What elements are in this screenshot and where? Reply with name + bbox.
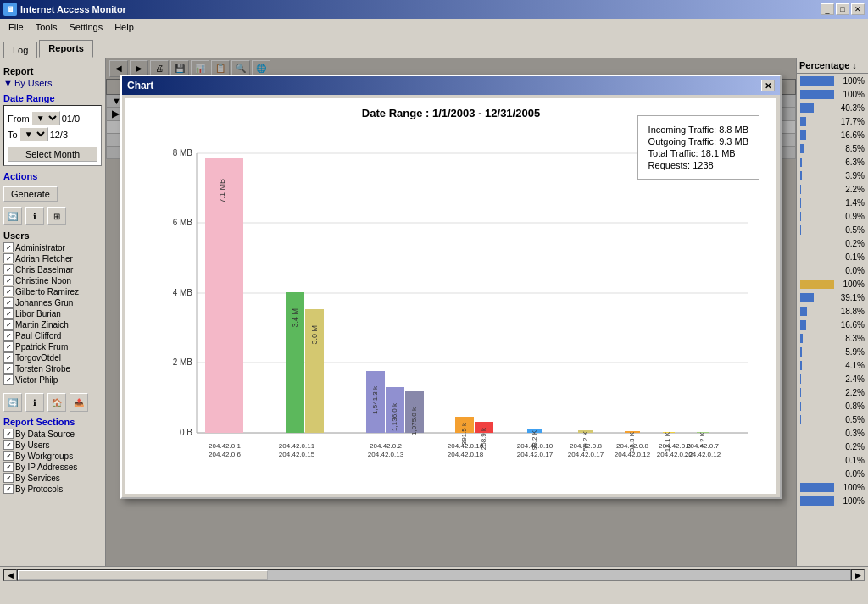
svg-text:8 MB: 8 MB [173, 148, 193, 158]
pct-bar-container [800, 225, 834, 235]
date-range-title: Date Range [3, 93, 102, 103]
section-check-services[interactable]: ✓ [3, 473, 14, 483]
pct-bar-container [800, 347, 834, 357]
to-dropdown[interactable]: ▼ [19, 127, 48, 141]
status-bar: ◀ ▶ [0, 566, 868, 583]
pct-row: 100% [797, 494, 868, 507]
pct-row: 1.4% [797, 196, 868, 209]
select-month-button[interactable]: Select Month [8, 147, 97, 162]
close-button[interactable]: ✕ [851, 3, 865, 15]
minimize-button[interactable]: _ [821, 3, 834, 15]
pct-bar [800, 347, 802, 357]
scroll-track[interactable] [17, 569, 851, 581]
section-protocols: ✓By Protocols [3, 484, 102, 494]
svg-text:204.42.0.1: 204.42.0.1 [209, 442, 241, 450]
pct-bar-container [800, 198, 834, 208]
report-section-title: Report [3, 66, 102, 76]
pct-bar-container [800, 307, 834, 316]
section-check-ip-addresses[interactable]: ✓ [3, 462, 14, 472]
section-data-source: ✓By Data Source [3, 429, 102, 439]
app-title: Internet Access Monitor [20, 4, 126, 14]
svg-text:204.42.0.16: 204.42.0.16 [448, 442, 484, 450]
user-check-administrator[interactable]: ✓ [3, 242, 14, 252]
pct-row: 0.9% [797, 209, 868, 223]
svg-text:204.42.0.18: 204.42.0.18 [448, 451, 484, 458]
user-torsten: ✓Torsten Strobe [3, 363, 102, 374]
info-icon-btn[interactable]: ℹ [25, 207, 44, 225]
user-ppatrick: ✓Ppatrick Frum [3, 341, 102, 352]
pct-row: 0.1% [797, 250, 868, 263]
svg-text:204.42.0.8: 204.42.0.8 [570, 442, 602, 450]
right-panel: Percentage ↓ 100% 100% 40.3% 17.7% 16.6%… [796, 58, 868, 566]
pct-row: 17.7% [797, 114, 868, 128]
pct-row: 8.5% [797, 141, 868, 155]
user-check-victor[interactable]: ✓ [3, 374, 14, 385]
home-icon-btn[interactable]: 🏠 [47, 393, 66, 412]
generate-button[interactable]: Generate [3, 186, 58, 202]
tab-bar: Log Reports [0, 36, 868, 58]
user-check-christine[interactable]: ✓ [3, 275, 14, 285]
refresh2-icon-btn[interactable]: 🔄 [3, 393, 22, 412]
pct-bar [800, 158, 802, 167]
user-check-martin[interactable]: ✓ [3, 319, 14, 330]
menu-settings[interactable]: Settings [64, 20, 108, 34]
svg-text:1,541.3 k: 1,541.3 k [371, 385, 379, 414]
user-check-gilberto[interactable]: ✓ [3, 286, 14, 296]
pct-row: 4.1% [797, 358, 868, 372]
pct-row: 2.4% [797, 372, 868, 385]
pct-bar [800, 320, 806, 330]
user-check-adrian[interactable]: ✓ [3, 253, 14, 263]
scroll-right-btn[interactable]: ▶ [851, 569, 865, 581]
svg-text:0 B: 0 B [180, 428, 192, 437]
svg-text:2 MB: 2 MB [173, 357, 193, 367]
pct-bar [800, 483, 834, 492]
svg-text:204.42.0.10: 204.42.0.10 [517, 442, 554, 450]
from-dropdown[interactable]: ▼ [31, 111, 60, 125]
user-christine: ✓Christine Noon [3, 275, 102, 285]
tab-log[interactable]: Log [3, 42, 37, 58]
pct-bar-container [800, 185, 834, 194]
from-label: From [8, 114, 30, 124]
pct-row: 6.3% [797, 155, 868, 169]
svg-text:204.42.0.6: 204.42.0.6 [209, 451, 241, 458]
pct-bar [800, 293, 814, 302]
menu-help[interactable]: Help [109, 20, 139, 34]
user-check-ppatrick[interactable]: ✓ [3, 341, 14, 352]
triangle-icon: ▼ [3, 78, 13, 88]
pct-bar [800, 103, 814, 113]
user-check-paul[interactable]: ✓ [3, 330, 14, 341]
user-check-torsten[interactable]: ✓ [3, 363, 14, 374]
section-check-protocols[interactable]: ✓ [3, 484, 14, 494]
menu-file[interactable]: File [3, 20, 29, 34]
left-panel: Report ▼ By Users Date Range From ▼ 01/0… [0, 58, 106, 566]
user-check-chris[interactable]: ✓ [3, 264, 14, 274]
scroll-left-btn[interactable]: ◀ [3, 569, 17, 581]
section-check-workgroups[interactable]: ✓ [3, 451, 14, 461]
maximize-button[interactable]: □ [836, 3, 849, 15]
user-check-johannes[interactable]: ✓ [3, 297, 14, 308]
tab-reports[interactable]: Reports [39, 40, 93, 58]
svg-text:204.42.0.13: 204.42.0.13 [368, 451, 404, 458]
section-check-by-users[interactable]: ✓ [3, 440, 14, 450]
pct-row: 0.0% [797, 467, 868, 480]
pct-bar [800, 117, 806, 126]
pct-bar [800, 374, 801, 384]
chart-close-button[interactable]: ✕ [761, 80, 775, 91]
refresh-icon-btn[interactable]: 🔄 [3, 207, 22, 225]
user-check-libor[interactable]: ✓ [3, 308, 14, 319]
section-ip-addresses: ✓By IP Addresses [3, 462, 102, 472]
section-check-data-source[interactable]: ✓ [3, 429, 14, 439]
menu-tools[interactable]: Tools [31, 20, 63, 34]
actions-title: Actions [3, 171, 102, 181]
user-adrian: ✓Adrian Fletcher [3, 253, 102, 263]
pct-bar [800, 90, 834, 99]
export-icon-btn[interactable]: 📤 [70, 393, 88, 412]
info2-icon-btn[interactable]: ℹ [25, 393, 44, 412]
pct-row: 0.1% [797, 453, 868, 467]
grid-icon-btn[interactable]: ⊞ [47, 207, 66, 225]
user-check-torgov[interactable]: ✓ [3, 352, 14, 363]
pct-bar [800, 185, 801, 194]
pct-row: 8.3% [797, 331, 868, 345]
horizontal-scrollbar[interactable]: ◀ ▶ [3, 569, 865, 581]
scroll-thumb[interactable] [18, 570, 268, 580]
